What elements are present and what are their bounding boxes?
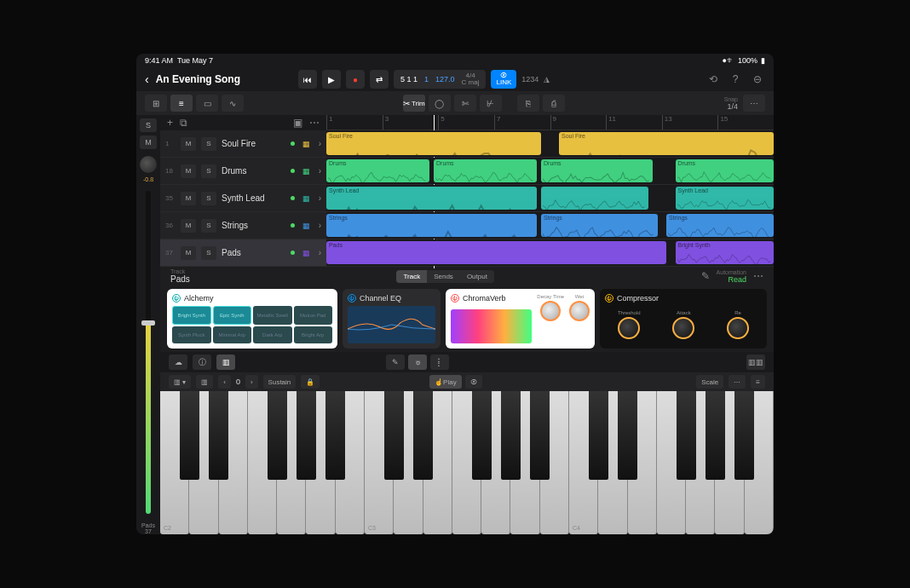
instrument-icon[interactable]: ▦ [300, 246, 314, 260]
preset-cell[interactable]: Epic Synth [213, 306, 252, 325]
keys-glow-button[interactable]: ☼ [408, 355, 427, 370]
region[interactable]: Strings [326, 214, 537, 237]
white-key[interactable] [423, 391, 452, 534]
tab-track[interactable]: Track [396, 270, 427, 283]
instrument-icon[interactable]: ▦ [300, 219, 314, 233]
controls-button[interactable]: ⡇ [430, 355, 449, 370]
preset-cell[interactable]: Bright Arp [294, 326, 333, 343]
info-button[interactable]: ⓘ [193, 355, 211, 370]
loop-tool[interactable]: ◯ [429, 95, 451, 112]
power-icon[interactable]: ⏻ [348, 294, 356, 303]
join-tool[interactable]: ⊬ [480, 95, 502, 112]
preset-cell[interactable]: Minimal Arp [213, 326, 252, 343]
count-in[interactable]: 1234 [521, 75, 539, 84]
track-lane[interactable]: StringsStringsStrings [326, 212, 774, 239]
cycle-button[interactable]: ⇄ [370, 70, 389, 89]
mute-button[interactable]: M [181, 219, 196, 233]
preset-cell[interactable]: Dark Arp [253, 326, 292, 343]
tab-sends[interactable]: Sends [427, 270, 460, 283]
region[interactable]: Strings [541, 214, 658, 237]
region[interactable]: Synth Lead [326, 187, 537, 210]
power-icon[interactable]: ⏻ [605, 294, 613, 303]
white-key[interactable] [745, 391, 774, 534]
solo-button[interactable]: S [201, 164, 216, 178]
disclosure-icon[interactable]: › [319, 166, 321, 176]
disclosure-icon[interactable]: › [319, 193, 321, 203]
region[interactable]: Drums [434, 159, 537, 182]
keyboard-size[interactable]: ▥ ▾ [169, 375, 191, 389]
track-row[interactable]: 36 M S Strings ▦ › StringsStringsStrings [160, 212, 774, 239]
plugin-compressor[interactable]: ⏻Compressor ThresholdAttackRe [600, 289, 767, 349]
compressor-knob[interactable] [672, 317, 694, 339]
rewind-button[interactable]: ⏮ [298, 70, 317, 89]
lcd-display[interactable]: 5 1 1 1 127.0 4/4C maj [394, 70, 486, 89]
add-track-button[interactable]: + [167, 117, 173, 129]
automation-view-button[interactable]: ∿ [222, 95, 244, 112]
instrument-icon[interactable]: ▦ [300, 137, 314, 151]
white-key[interactable] [336, 391, 365, 534]
white-key[interactable] [248, 391, 277, 534]
white-key[interactable]: C4 [569, 391, 598, 534]
instrument-icon[interactable]: ▦ [300, 192, 314, 205]
region[interactable]: Drums [676, 159, 775, 182]
play-button[interactable]: ▶ [322, 70, 341, 89]
track-more-button[interactable]: ⋯ [309, 117, 320, 129]
grid-view-button[interactable]: ⊞ [145, 95, 167, 112]
power-icon[interactable]: ⏻ [172, 294, 181, 303]
song-title[interactable]: An Evening Song [156, 73, 240, 85]
mute-button[interactable]: M [181, 192, 196, 205]
white-key[interactable] [510, 391, 539, 534]
white-key[interactable] [481, 391, 510, 534]
compressor-knob[interactable] [618, 317, 640, 339]
solo-master[interactable]: S [140, 118, 157, 132]
paste-button[interactable]: ⎙ [543, 95, 565, 112]
white-key[interactable] [540, 391, 569, 534]
region[interactable]: Drums [541, 159, 653, 182]
help-button[interactable]: ? [728, 72, 743, 87]
surface-play-button[interactable]: ☝ Play [429, 375, 462, 389]
white-key[interactable] [189, 391, 218, 534]
record-enable-dot[interactable] [291, 169, 295, 173]
track-lane[interactable]: Synth LeadSynth Lead [326, 185, 774, 211]
catch-button[interactable]: ▣ [293, 117, 302, 129]
white-key[interactable] [715, 391, 744, 534]
region[interactable]: Soul Fire [326, 132, 541, 155]
solo-button[interactable]: S [201, 192, 216, 205]
trim-tool[interactable]: ✂ Trim [403, 95, 425, 112]
mute-button[interactable]: M [181, 246, 196, 260]
mute-button[interactable]: M [181, 137, 196, 151]
duplicate-track-button[interactable]: ⧉ [180, 117, 187, 129]
white-key[interactable] [277, 391, 306, 534]
white-key[interactable] [219, 391, 248, 534]
plugin-chromaverb[interactable]: ⏻ChromaVerb Decay Time Wet [446, 289, 595, 349]
solo-button[interactable]: S [201, 246, 216, 260]
split-button[interactable]: ▥ [196, 375, 213, 389]
track-row[interactable]: 18 M S Drums ▦ › DrumsDrumsDrumsDrums [160, 158, 774, 185]
metronome-icon[interactable]: ◮ [544, 75, 550, 84]
edit-button[interactable]: ✎ [701, 270, 710, 282]
record-button[interactable]: ● [346, 70, 365, 89]
plugin-alchemy[interactable]: ⏻Alchemy Bright SynthEpic SynthMetallic … [167, 289, 337, 349]
back-button[interactable]: ‹ [145, 72, 149, 86]
wet-knob[interactable] [569, 301, 590, 321]
white-key[interactable] [598, 391, 627, 534]
plugin-channel-eq[interactable]: ⏻Channel EQ [343, 289, 441, 349]
settings-button[interactable]: ⊖ [750, 72, 765, 87]
mixer-view-button[interactable]: ≡ [170, 95, 193, 112]
white-key[interactable] [394, 391, 423, 534]
white-key[interactable] [306, 391, 335, 534]
white-key[interactable]: C2 [160, 391, 189, 534]
region[interactable]: Bright Synth [676, 241, 775, 264]
mute-button[interactable]: M [181, 164, 196, 178]
white-key[interactable] [452, 391, 481, 534]
scale-button[interactable]: Scale [696, 375, 723, 389]
more-button[interactable]: ⋯ [743, 95, 765, 112]
track-row[interactable]: 35 M S Synth Lead ▦ › Synth LeadSynth Le… [160, 185, 774, 212]
track-row[interactable]: 37 M S Pads ▦ › PadsBright Synth [160, 239, 774, 267]
view-toggle[interactable]: ▥ [216, 355, 235, 370]
preset-cell[interactable]: Metallic Swell [253, 306, 292, 325]
octave-up[interactable]: › [245, 375, 258, 389]
keyboard-icon[interactable]: ▥▥ [746, 355, 765, 370]
preset-cell[interactable]: Motion Pad [294, 306, 333, 325]
kbd-more[interactable]: ⋯ [729, 375, 746, 389]
